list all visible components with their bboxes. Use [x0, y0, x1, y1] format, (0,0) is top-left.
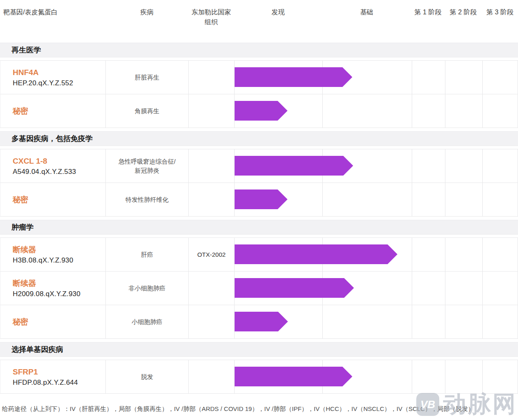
section-rows-oncology: 断续器 H3B.08.qX.Y.Z.930 肝癌 OTX-2002 断续器 H2…: [0, 237, 518, 339]
progress-bar: [235, 244, 397, 264]
col-header-org: 东加勒比国家组织: [188, 7, 234, 39]
section-title: 再生医学: [11, 45, 41, 55]
stage-grid: [235, 94, 518, 128]
disease-cell: 非小细胞肺癌: [106, 272, 189, 305]
org-cell: [189, 272, 235, 305]
disease-label: 角膜再生: [135, 107, 160, 116]
stage-grid: [235, 305, 518, 338]
disease-label: 小细胞肺癌: [132, 317, 162, 326]
section-title: 肿瘤学: [11, 222, 34, 232]
pipeline-row-sfrp1: SFRP1 HFDP.08.pX.Y.Z.644 脱发: [0, 360, 518, 393]
gene-code: HEP.20.qX.Y.Z.552: [13, 78, 105, 88]
section-header-oncology: 肿瘤学: [0, 220, 518, 235]
disease-cell: 肝脏再生: [106, 61, 189, 94]
gene-cell: 断续器 H2009.08.qX.Y.Z.930: [0, 272, 106, 305]
org-label: OTX-2002: [197, 251, 226, 258]
administration-route-footnote: 给药途径（从上到下）：IV（肝脏再生），局部（角膜再生），IV /肺部（ARDS…: [0, 404, 518, 413]
section-rows-monogenic-diseases: SFRP1 HFDP.08.pX.Y.Z.644 脱发: [0, 360, 518, 394]
gene-cell: CXCL 1-8 A549.04.qX.Y.Z.533: [0, 149, 106, 183]
gene-code: H2009.08.qX.Y.Z.930: [13, 289, 105, 299]
gene-cell: 秘密: [0, 305, 106, 338]
col-header-discovery: 发现: [234, 7, 322, 39]
disease-cell: 特发性肺纤维化: [106, 183, 189, 216]
stage-grid: [235, 61, 518, 94]
progress-bar: [235, 312, 288, 331]
pipeline-row-cxcl: CXCL 1-8 A549.04.qX.Y.Z.533 急性呼吸窘迫综合征/新冠…: [0, 149, 518, 183]
gene-cell: SFRP1 HFDP.08.pX.Y.Z.644: [0, 360, 106, 393]
org-cell: [189, 94, 235, 128]
gene-name: SFRP1: [13, 366, 105, 377]
gene-name: 秘密: [13, 316, 105, 327]
pipeline-row-secret-cornea: 秘密 角膜再生: [0, 94, 518, 128]
disease-cell: 小细胞肺癌: [106, 305, 189, 338]
section-title: 多基因疾病，包括免疫学: [11, 134, 93, 144]
footnote-text: 给药途径（从上到下）：IV（肝脏再生），局部（角膜再生），IV /肺部（ARDS…: [2, 405, 474, 412]
col-header-phase3: 第 3 阶段: [482, 7, 518, 39]
col-header-base: 基础: [322, 7, 411, 39]
progress-bar: [235, 67, 352, 87]
gene-name: 秘密: [13, 194, 105, 205]
disease-label: 脱发: [141, 372, 153, 381]
disease-label: 特发性肺纤维化: [126, 195, 169, 204]
gene-name: CXCL 1-8: [13, 155, 105, 167]
disease-label: 肝癌: [141, 250, 153, 259]
gene-name: 秘密: [13, 105, 105, 116]
disease-cell: 角膜再生: [106, 94, 189, 128]
section-rows-regenerative-medicine: HNF4A HEP.20.qX.Y.Z.552 肝脏再生 秘密 角膜再生: [0, 60, 518, 128]
col-header-target-gene: 靶基因/表皮氮蛋白: [0, 7, 105, 39]
disease-cell: 肝癌: [106, 238, 189, 271]
col-header-disease: 疾病: [105, 7, 188, 39]
gene-cell: 断续器 H3B.08.qX.Y.Z.930: [0, 238, 106, 271]
gene-name: 断续器: [13, 244, 105, 255]
disease-cell: 急性呼吸窘迫综合征/新冠肺炎: [106, 149, 189, 183]
pipeline-row-otx2002: 断续器 H3B.08.qX.Y.Z.930 肝癌 OTX-2002: [0, 238, 518, 271]
progress-bar: [235, 367, 352, 386]
section-title: 选择单基因疾病: [11, 345, 63, 354]
col-header-phase2: 第 2 阶段: [445, 7, 482, 39]
stage-grid: [235, 183, 518, 216]
gene-cell: 秘密: [0, 94, 106, 128]
stage-grid: [235, 272, 518, 305]
col-header-phase1: 第 1 阶段: [411, 7, 445, 39]
gene-name: HNF4A: [13, 67, 105, 78]
pipeline-row-nsclc: 断续器 H2009.08.qX.Y.Z.930 非小细胞肺癌: [0, 271, 518, 305]
gene-code: H3B.08.qX.Y.Z.930: [13, 255, 105, 265]
stage-grid: [235, 238, 518, 271]
column-header-row: 靶基因/表皮氮蛋白 疾病 东加勒比国家组织 发现 基础 第 1 阶段 第 2 阶…: [0, 0, 518, 39]
gene-cell: HNF4A HEP.20.qX.Y.Z.552: [0, 61, 106, 94]
stage-grid: [235, 149, 518, 183]
org-cell: [189, 183, 235, 216]
progress-bar: [235, 101, 288, 121]
org-cell: [189, 149, 235, 183]
gene-name: 断续器: [13, 278, 105, 289]
progress-bar: [235, 156, 353, 176]
disease-label: 肝脏再生: [135, 73, 160, 82]
pipeline-row-sclc: 秘密 小细胞肺癌: [0, 305, 518, 338]
pipeline-row-secret-ipf: 秘密 特发性肺纤维化: [0, 183, 518, 216]
org-cell: [189, 305, 235, 338]
disease-label: 急性呼吸窘迫综合征/新冠肺炎: [116, 157, 178, 175]
org-cell: [189, 360, 235, 393]
gene-code: A549.04.qX.Y.Z.533: [13, 167, 105, 177]
pipeline-row-hnf4a: HNF4A HEP.20.qX.Y.Z.552 肝脏再生: [0, 61, 518, 94]
gene-code: HFDP.08.pX.Y.Z.644: [13, 377, 105, 388]
progress-bar: [235, 278, 354, 298]
section-header-monogenic-diseases: 选择单基因疾病: [0, 342, 518, 357]
pipeline-chart: 靶基因/表皮氮蛋白 疾病 东加勒比国家组织 发现 基础 第 1 阶段 第 2 阶…: [0, 0, 518, 420]
stage-grid: [235, 360, 518, 393]
gene-cell: 秘密: [0, 183, 106, 216]
disease-cell: 脱发: [106, 360, 189, 393]
progress-bar: [235, 189, 288, 209]
section-rows-polygenic-immunology: CXCL 1-8 A549.04.qX.Y.Z.533 急性呼吸窘迫综合征/新冠…: [0, 149, 518, 217]
disease-label: 非小细胞肺癌: [129, 284, 166, 293]
org-cell: [189, 61, 235, 94]
section-header-polygenic-immunology: 多基因疾病，包括免疫学: [0, 131, 518, 146]
org-cell: OTX-2002: [189, 238, 235, 271]
section-header-regenerative-medicine: 再生医学: [0, 43, 518, 57]
